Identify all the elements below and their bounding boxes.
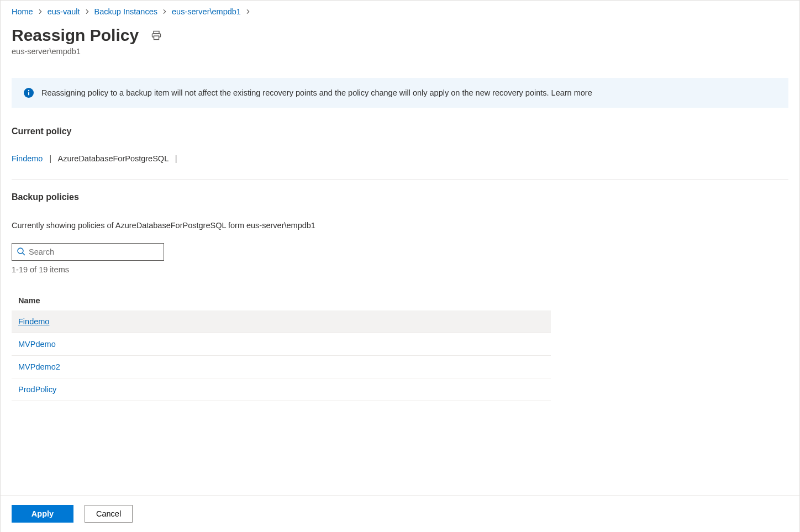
results-count: 1-19 of 19 items [12,265,788,274]
svg-point-4 [28,90,29,91]
search-icon [17,247,25,257]
svg-rect-1 [154,36,159,40]
policy-link[interactable]: MVPdemo [18,340,56,349]
cancel-button[interactable]: Cancel [85,505,133,523]
policy-link[interactable]: Findemo [18,317,49,326]
info-banner-text: Reassigning policy to a backup item will… [41,88,592,97]
svg-point-5 [18,248,23,254]
backup-policies-description: Currently showing policies of AzureDatab… [12,221,788,230]
current-policy-heading: Current policy [12,127,788,136]
svg-rect-3 [28,92,29,96]
page-subtitle: eus-server\empdb1 [12,47,788,56]
current-policy-type: AzureDatabaseForPostgreSQL [58,154,169,163]
backup-policies-heading: Backup policies [12,192,788,202]
breadcrumb-home[interactable]: Home [12,7,33,16]
section-divider [12,180,788,180]
table-row[interactable]: Findemo [12,310,551,333]
breadcrumb: Home eus-vault Backup Instances eus-serv… [12,7,788,16]
table-row[interactable]: MVPdemo [12,333,551,356]
chevron-right-icon [38,8,43,16]
footer-actions: Apply Cancel [1,496,799,532]
current-policy-link[interactable]: Findemo [12,154,43,163]
search-box[interactable] [12,243,164,261]
chevron-right-icon [245,8,251,16]
table-row[interactable]: ProdPolicy [12,378,551,401]
apply-button[interactable]: Apply [12,505,73,523]
table-header-name: Name [12,291,551,310]
page-title: Reassign Policy [12,26,139,45]
breadcrumb-backup-instances[interactable]: Backup Instances [94,7,157,16]
chevron-right-icon [162,8,167,16]
chevron-right-icon [85,8,90,16]
info-banner: Reassigning policy to a backup item will… [12,78,788,108]
print-icon[interactable] [151,30,162,41]
policy-table: Name FindemoMVPdemoMVPdemo2ProdPolicy [12,291,551,401]
search-input[interactable] [29,247,159,256]
current-policy-line: Findemo | AzureDatabaseForPostgreSQL | [12,154,788,163]
policy-link[interactable]: ProdPolicy [18,385,56,394]
breadcrumb-vault[interactable]: eus-vault [48,7,80,16]
table-row[interactable]: MVPdemo2 [12,356,551,378]
info-icon [24,88,34,98]
breadcrumb-instance[interactable]: eus-server\empdb1 [172,7,241,16]
policy-link[interactable]: MVPdemo2 [18,362,60,371]
